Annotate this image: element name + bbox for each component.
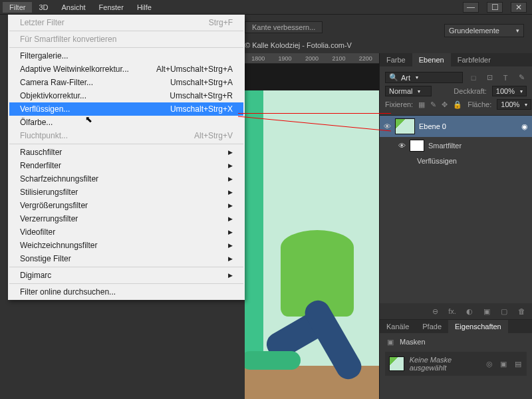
kind-filter-dropdown[interactable]: 🔍 Art — [385, 72, 463, 83]
menu-item[interactable]: Stilisierungsfilter▶ — [9, 186, 243, 199]
maximize-button[interactable]: ☐ — [487, 2, 503, 13]
menu-item[interactable]: Scharfzeichnungsfilter▶ — [9, 172, 243, 186]
menu-item[interactable]: Camera Raw-Filter...Umschalt+Strg+A — [9, 76, 243, 89]
mask-icon: ▣ — [385, 337, 396, 346]
layer-mask-icon[interactable]: ◐ — [464, 307, 475, 316]
no-mask-label: Keine Maske ausgewählt — [410, 356, 479, 372]
pixel-mask-icon[interactable]: ◎ — [485, 359, 494, 368]
menu-item[interactable]: Ölfarbe... — [9, 116, 243, 129]
blend-mode-dropdown[interactable]: Normal — [385, 86, 432, 96]
menubar: Filter 3D Ansicht Fenster Hilfe — ☐ ✕ — [0, 0, 532, 15]
tab-ebenen[interactable]: Ebenen — [412, 53, 451, 66]
vector-mask-icon[interactable]: ▣ — [499, 359, 509, 368]
menu-item[interactable]: Objektivkorrektur...Umschalt+Strg+R — [9, 89, 243, 102]
menu-item[interactable]: Filter online durchsuchen... — [9, 285, 243, 299]
panel-tabs-top: Farbe Ebenen Farbfelder — [380, 53, 532, 66]
properties-panel: Kanäle Pfade Eigenschaften ▣Masken Keine… — [380, 319, 532, 399]
tab-kanaele[interactable]: Kanäle — [380, 320, 416, 333]
fill-field[interactable]: 100% — [497, 99, 531, 110]
new-layer-icon[interactable]: ▢ — [499, 307, 509, 316]
menu-item[interactable]: Verflüssigen...Umschalt+Strg+X — [9, 102, 243, 116]
tab-eigenschaften[interactable]: Eigenschaften — [448, 320, 508, 333]
menu-item: Letzter FilterStrg+F — [9, 16, 243, 29]
mask-thumb — [389, 356, 404, 371]
svg-line-0 — [238, 116, 391, 131]
lock-move-icon[interactable]: ✥ — [442, 100, 448, 109]
filter-mask-thumb — [410, 140, 424, 152]
visibility-toggle[interactable]: 👁 — [398, 142, 406, 150]
filter-shape-icon[interactable]: ✎ — [516, 73, 527, 82]
menu-hilfe[interactable]: Hilfe — [130, 2, 158, 13]
refine-edge-button[interactable]: Kante verbessern... — [245, 21, 323, 33]
cursor-icon: ⬉ — [85, 114, 92, 124]
link-layers-icon[interactable]: ⊖ — [430, 307, 440, 316]
menu-item[interactable]: Sonstige Filter▶ — [9, 252, 243, 265]
window-controls: — ☐ ✕ — [463, 2, 532, 13]
layer-thumb — [395, 118, 415, 134]
opacity-label: Deckkraft: — [454, 87, 487, 95]
lock-brush-icon[interactable]: ✎ — [430, 100, 436, 109]
fill-label: Fläche: — [467, 100, 491, 108]
new-group-icon[interactable]: ▣ — [481, 307, 492, 316]
menu-item[interactable]: Digimarc▶ — [9, 269, 243, 282]
tab-pfade[interactable]: Pfade — [416, 320, 448, 333]
menu-item: Fluchtpunkt...Alt+Strg+V — [9, 129, 243, 142]
minimize-button[interactable]: — — [463, 2, 479, 13]
menu-item[interactable]: Videofilter▶ — [9, 225, 243, 239]
menu-item: Für Smartfilter konvertieren — [9, 33, 243, 46]
lock-label: Fixieren: — [385, 100, 413, 108]
document-tab[interactable]: © Kalle Kolodziej - Fotolia.com-V — [245, 41, 352, 49]
smart-object-icon: ◉ — [521, 122, 528, 131]
fill-dropdown[interactable]: Grundelemente — [444, 24, 524, 37]
menu-item[interactable]: Adaptive Weitwinkelkorrektur...Alt+Umsch… — [9, 63, 243, 76]
filter-image-icon[interactable]: □ — [468, 73, 479, 82]
masks-label: Masken — [400, 338, 426, 346]
delete-layer-icon[interactable]: 🗑 — [516, 307, 527, 316]
menu-item[interactable]: Filtergalerie... — [9, 49, 243, 63]
filter-text-icon[interactable]: T — [500, 73, 511, 82]
close-button[interactable]: ✕ — [511, 2, 527, 13]
menu-filter[interactable]: Filter — [3, 2, 32, 13]
filter-menu-dropdown: Letzter FilterStrg+FFür Smartfilter konv… — [8, 15, 245, 300]
menu-item[interactable]: Rauschfilter▶ — [9, 146, 243, 159]
tab-farbfelder[interactable]: Farbfelder — [451, 53, 497, 66]
ruler: 18001900200021002200 — [245, 53, 379, 64]
menu-3d[interactable]: 3D — [32, 2, 55, 13]
menu-item[interactable]: Verzerrungsfilter▶ — [9, 212, 243, 225]
menu-item[interactable]: Weichzeichnungsfilter▶ — [9, 239, 243, 252]
layer-ebene0[interactable]: 👁 Ebene 0 ◉ — [380, 116, 532, 137]
lock-pixels-icon[interactable]: ▦ — [418, 100, 425, 109]
menu-item[interactable]: Vergrößerungsfilter▶ — [9, 199, 243, 212]
lock-all-icon[interactable]: 🔒 — [453, 100, 462, 109]
filter-name: Verflüssigen — [417, 157, 457, 165]
smartfilter-label: Smartfilter — [428, 142, 462, 150]
filter-adjust-icon[interactable]: ⊡ — [484, 73, 495, 82]
panels-right: Farbe Ebenen Farbfelder 🔍 Art □ ⊡ T ✎ No… — [379, 53, 532, 399]
layer-name: Ebene 0 — [419, 122, 446, 130]
menu-ansicht[interactable]: Ansicht — [55, 2, 92, 13]
filter-verfluessigen[interactable]: Verflüssigen — [380, 154, 532, 168]
trash-icon[interactable]: ▤ — [513, 359, 523, 368]
tab-farbe[interactable]: Farbe — [380, 53, 412, 66]
options-bar: Kante verbessern... — [245, 21, 379, 33]
smartfilter-group[interactable]: 👁 Smartfilter — [380, 137, 532, 154]
layer-fx-icon[interactable]: fx. — [447, 307, 458, 316]
opacity-field[interactable]: 100% — [492, 86, 527, 96]
layers-list: 👁 Ebene 0 ◉ 👁 Smartfilter Verflüssigen — [380, 116, 532, 303]
menu-fenster[interactable]: Fenster — [92, 2, 130, 13]
menu-item[interactable]: Renderfilter▶ — [9, 159, 243, 172]
layers-footer: ⊖ fx. ◐ ▣ ▢ 🗑 — [380, 303, 532, 319]
fill-dropdown-label: Grundelemente — [449, 27, 499, 35]
